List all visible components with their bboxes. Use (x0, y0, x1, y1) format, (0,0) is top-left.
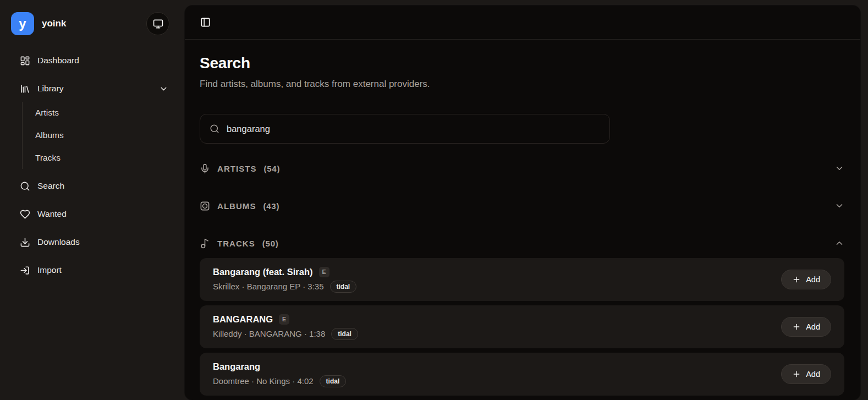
section-albums-header[interactable]: ALBUMS (43) (200, 200, 844, 212)
search-input[interactable] (227, 124, 600, 134)
heart-icon (20, 209, 30, 220)
track-row: Bangarang (feat. Sirah) E Skrillex · Ban… (200, 258, 844, 301)
section-label: ARTISTS (217, 164, 257, 173)
chevron-down-icon (159, 84, 168, 94)
sidebar-item-label: Downloads (37, 237, 80, 247)
monitor-icon (153, 19, 163, 29)
search-icon (210, 124, 219, 134)
track-row: Bangarang Doomtree · No Kings · 4:02 tid… (200, 353, 844, 396)
track-meta: Skrillex · Bangarang EP · 3:35 (213, 282, 324, 291)
sidebar-toggle-button[interactable] (198, 15, 213, 30)
search-icon (20, 181, 30, 191)
track-info: Bangarang (feat. Sirah) E Skrillex · Ban… (213, 267, 356, 293)
theme-toggle-button[interactable] (146, 12, 169, 35)
section-tracks: TRACKS (50) Bangarang (feat. Sirah) E Sk… (200, 237, 844, 396)
sidebar-item-label: Import (37, 265, 62, 275)
provider-badge: tidal (330, 281, 357, 293)
disc-album-icon (200, 201, 210, 211)
sidebar-item-albums[interactable]: Albums (35, 124, 168, 146)
download-icon (20, 237, 30, 248)
explicit-badge: E (319, 267, 329, 277)
track-title: Bangarang (213, 361, 260, 372)
page-subtitle: Find artists, albums, and tracks from ex… (200, 78, 844, 91)
track-meta: Killeddy · BANGARANG · 1:38 (213, 329, 325, 338)
track-list: Bangarang (feat. Sirah) E Skrillex · Ban… (200, 258, 844, 396)
sidebar-item-wanted[interactable]: Wanted (20, 203, 168, 225)
add-button-label: Add (806, 275, 820, 284)
section-label: TRACKS (217, 239, 255, 248)
chevron-down-icon (834, 163, 844, 173)
track-info: Bangarang Doomtree · No Kings · 4:02 tid… (213, 361, 346, 387)
library-icon (20, 84, 30, 94)
section-label: ALBUMS (217, 201, 256, 211)
sidebar-subitem-label: Albums (35, 130, 64, 140)
provider-badge: tidal (320, 375, 347, 387)
sidebar-item-label: Dashboard (37, 56, 79, 65)
library-sub-list: Artists Albums Tracks (22, 102, 168, 169)
provider-badge: tidal (331, 328, 358, 340)
sidebar-item-search[interactable]: Search (20, 175, 168, 197)
import-icon (20, 265, 30, 276)
sidebar-item-import[interactable]: Import (20, 259, 168, 281)
dashboard-icon (20, 56, 30, 66)
sidebar-nav: Dashboard Library Artists Albums Tracks (0, 50, 185, 281)
sidebar-item-artists[interactable]: Artists (35, 102, 168, 124)
add-button[interactable]: Add (781, 364, 831, 384)
track-row: BANGARANG E Killeddy · BANGARANG · 1:38 … (200, 305, 844, 348)
main-header (185, 6, 860, 40)
sidebar-item-library[interactable]: Library (20, 78, 168, 100)
main-panel: Search Find artists, albums, and tracks … (185, 6, 860, 400)
app-name: yoink (42, 18, 66, 29)
search-box[interactable] (200, 114, 610, 144)
add-button[interactable]: Add (781, 270, 831, 289)
sidebar-subitem-label: Tracks (35, 153, 61, 163)
sidebar-item-label: Library (37, 84, 63, 94)
plus-icon (792, 322, 801, 331)
search-page: Search Find artists, albums, and tracks … (185, 40, 860, 400)
track-title: Bangarang (feat. Sirah) (213, 267, 313, 277)
section-count: (54) (264, 164, 281, 173)
sidebar-header: y yoink (0, 0, 185, 35)
add-button-label: Add (806, 370, 820, 379)
plus-icon (792, 275, 801, 284)
sidebar-item-label: Wanted (37, 209, 67, 219)
page-title: Search (200, 54, 844, 73)
microphone-icon (200, 163, 210, 174)
section-count: (50) (262, 239, 279, 248)
section-artists-header[interactable]: ARTISTS (54) (200, 162, 844, 174)
section-count: (43) (263, 201, 279, 211)
track-meta: Doomtree · No Kings · 4:02 (213, 376, 314, 386)
sidebar-item-label: Search (37, 181, 64, 191)
section-tracks-header[interactable]: TRACKS (50) (200, 237, 844, 249)
app-logo-letter: y (19, 16, 26, 31)
sidebar-item-dashboard[interactable]: Dashboard (20, 50, 168, 72)
track-info: BANGARANG E Killeddy · BANGARANG · 1:38 … (213, 314, 358, 340)
add-button-label: Add (806, 322, 820, 331)
app-logo: y (11, 12, 34, 35)
plus-icon (792, 370, 801, 379)
section-artists: ARTISTS (54) (200, 162, 844, 174)
add-button[interactable]: Add (781, 317, 831, 337)
chevron-down-icon (834, 201, 844, 211)
sidebar-subitem-label: Artists (35, 108, 59, 118)
panel-left-icon (200, 17, 211, 28)
chevron-up-icon (834, 238, 844, 248)
music-note-icon (200, 238, 210, 249)
sidebar: y yoink Dashboard Library Ar (0, 0, 185, 400)
section-albums: ALBUMS (43) (200, 200, 844, 212)
track-title: BANGARANG (213, 314, 273, 325)
sidebar-item-tracks[interactable]: Tracks (35, 147, 168, 169)
sidebar-item-downloads[interactable]: Downloads (20, 231, 168, 253)
explicit-badge: E (279, 314, 289, 325)
